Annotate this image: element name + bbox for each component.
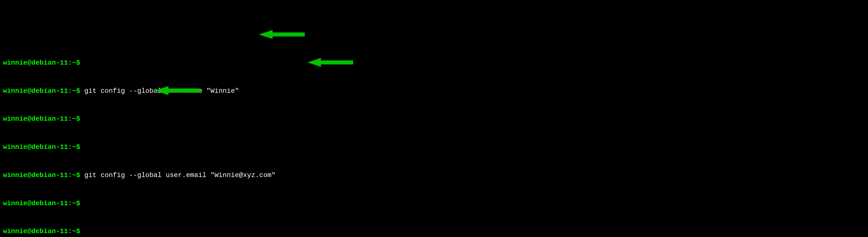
prompt-user: winnie@debian-11:~$ bbox=[3, 172, 80, 179]
command-text: git config --global user.email "Winnie@x… bbox=[84, 172, 276, 179]
terminal-line: winnie@debian-11:~$ bbox=[3, 58, 865, 68]
prompt-user: winnie@debian-11:~$ bbox=[3, 59, 80, 67]
svg-marker-0 bbox=[259, 30, 305, 39]
terminal-line: winnie@debian-11:~$ bbox=[3, 227, 865, 236]
terminal-line: winnie@debian-11:~$ bbox=[3, 142, 865, 152]
terminal-line: winnie@debian-11:~$ git config --global … bbox=[3, 171, 865, 180]
terminal-line: winnie@debian-11:~$ git config --global … bbox=[3, 86, 865, 96]
terminal-line: winnie@debian-11:~$ bbox=[3, 114, 865, 124]
prompt-user: winnie@debian-11:~$ bbox=[3, 200, 80, 207]
terminal-line: winnie@debian-11:~$ bbox=[3, 199, 865, 208]
prompt-user: winnie@debian-11:~$ bbox=[3, 143, 80, 151]
prompt-user: winnie@debian-11:~$ bbox=[3, 87, 80, 95]
prompt-user: winnie@debian-11:~$ bbox=[3, 228, 80, 235]
terminal[interactable]: winnie@debian-11:~$ winnie@debian-11:~$ … bbox=[3, 40, 865, 237]
prompt-user: winnie@debian-11:~$ bbox=[3, 115, 80, 123]
command-text: git config --global user.name "Winnie" bbox=[84, 87, 239, 95]
